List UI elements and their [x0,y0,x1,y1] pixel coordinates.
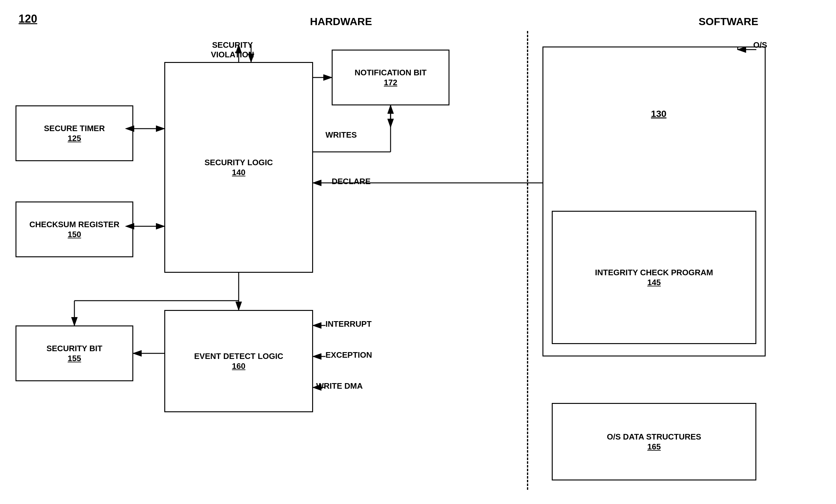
diagram-container: 120 HARDWARE SOFTWARE SECURE TIMER 125 C… [0,0,836,504]
arrows-svg [0,0,836,504]
